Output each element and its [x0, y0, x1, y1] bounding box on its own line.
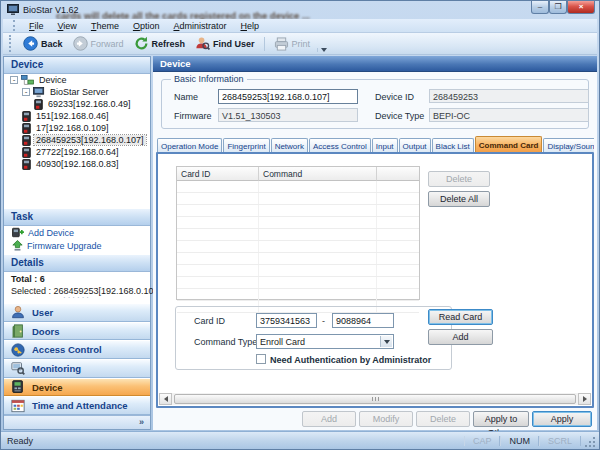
refresh-button[interactable]: Refresh [129, 34, 191, 53]
print-button[interactable]: Print [269, 35, 316, 53]
menu-item-view[interactable]: View [51, 20, 84, 32]
nav-item-label: User [32, 307, 53, 318]
table-cell [377, 181, 419, 192]
status-key-scrl: SCRL [539, 436, 581, 446]
menu-item-option[interactable]: Option [126, 20, 167, 32]
tree-item-label: 151[192.168.0.46] [34, 111, 111, 121]
tab-network[interactable]: Network [271, 138, 308, 152]
menu-item-administrator[interactable]: Administrator [166, 20, 233, 32]
table-row[interactable] [177, 265, 419, 277]
table-row[interactable] [177, 217, 419, 229]
doors-icon [11, 324, 25, 338]
menu-item-help[interactable]: Help [233, 20, 266, 32]
tree-item[interactable]: 40930[192.168.0.83] [4, 158, 150, 170]
nav-item-device[interactable]: Device [4, 378, 150, 397]
table-header-cell [377, 167, 419, 181]
user-icon [11, 305, 25, 319]
menu-item-file[interactable]: File [22, 20, 51, 32]
table-row[interactable] [177, 181, 419, 193]
need-auth-checkbox[interactable] [256, 354, 266, 364]
delete-button[interactable]: Delete [428, 171, 490, 187]
server-icon [33, 87, 45, 98]
name-input[interactable]: 268459253[192.168.0.107] [218, 89, 358, 104]
menu-item-theme[interactable]: Theme [84, 20, 126, 32]
nav-item-access-control[interactable]: Access Control [4, 340, 150, 359]
maximize-button[interactable]: ❒ [549, 1, 567, 14]
card-id-input-2[interactable]: 9088964 [332, 313, 394, 328]
modify-button[interactable]: Modify [359, 411, 413, 427]
tree-item[interactable]: 27722[192.168.0.64] [4, 146, 150, 158]
forward-button[interactable]: Forward [68, 34, 129, 53]
tab-black-list[interactable]: Black List [432, 138, 474, 152]
device-tree: -Device-BioStar Server69233[192.168.0.49… [4, 74, 150, 207]
close-button[interactable]: × [567, 1, 595, 14]
table-row[interactable] [177, 229, 419, 241]
horizontal-scrollbar[interactable] [159, 393, 591, 405]
device-type-value: BEPI-OC [429, 108, 589, 122]
tab-output[interactable]: Output [399, 138, 431, 152]
app-window: BioStar V1.62 cards will delete all the … [0, 0, 600, 450]
apply-button[interactable]: Apply [532, 411, 592, 427]
tree-item[interactable]: 151[192.168.0.46] [4, 110, 150, 122]
task-item-add-device[interactable]: Add Device [4, 226, 150, 239]
scroll-right-icon[interactable] [578, 393, 591, 405]
basic-info-groupbox: Basic Information Name 268459253[192.168… [161, 79, 589, 129]
toolbar-grip-icon [9, 35, 12, 52]
resize-grip[interactable] [583, 435, 597, 449]
time-attendance-icon [11, 399, 25, 413]
tree-item[interactable]: -BioStar Server [4, 86, 150, 98]
expander-icon[interactable]: - [10, 76, 18, 84]
menu-bar: FileViewThemeOptionAdministratorHelp [3, 19, 597, 33]
tab-command-card[interactable]: Command Card [475, 136, 543, 152]
add-card-button[interactable]: Add [428, 329, 493, 345]
table-header-row: Card IDCommand [177, 167, 419, 181]
tab-input[interactable]: Input [372, 138, 398, 152]
nav-item-doors[interactable]: Doors [4, 322, 150, 341]
table-cell [377, 253, 419, 264]
nav-item-monitoring[interactable]: Monitoring [4, 359, 150, 378]
scrollbar-thumb[interactable] [174, 394, 576, 404]
sidebar-header-device: Device [4, 57, 150, 74]
status-text: Ready [1, 436, 464, 446]
command-type-select[interactable]: Enroll Card [256, 334, 394, 349]
nav-item-time-and-attendance[interactable]: Time and Attendance [4, 396, 150, 415]
table-cell [177, 277, 259, 288]
table-row[interactable] [177, 253, 419, 265]
card-id-input-1[interactable]: 3759341563 [256, 313, 317, 328]
scroll-left-icon[interactable] [159, 393, 172, 405]
table-cell [259, 253, 377, 264]
table-row[interactable] [177, 193, 419, 205]
task-item-firmware-upgrade[interactable]: Firmware Upgrade [4, 239, 150, 252]
back-button[interactable]: Back [18, 34, 68, 53]
tree-item[interactable]: -Device [4, 74, 150, 86]
table-row[interactable] [177, 277, 419, 289]
add-button[interactable]: Add [302, 411, 356, 427]
tree-item-label: 69233[192.168.0.49] [46, 99, 133, 109]
find-user-button[interactable]: Find User [190, 34, 260, 53]
tree-item[interactable]: 268459253[192.168.0.107] [4, 134, 150, 146]
read-card-button[interactable]: Read Card [428, 309, 493, 325]
device-type-label: Device Type [375, 111, 424, 121]
sidebar-splitter[interactable]: ······ [4, 296, 150, 302]
firmware-value: V1.51_130503 [218, 108, 358, 122]
tab-fingerprint[interactable]: Fingerprint [223, 138, 269, 152]
minimize-button[interactable]: – [531, 1, 549, 14]
tab-operation-mode[interactable]: Operation Mode [157, 138, 222, 152]
command-card-table[interactable]: Card IDCommand [176, 166, 420, 300]
tree-item[interactable]: 69233[192.168.0.49] [4, 98, 150, 110]
nav-item-user[interactable]: User [4, 303, 150, 322]
expander-icon[interactable]: - [22, 88, 30, 96]
table-row[interactable] [177, 205, 419, 217]
delete-all-button[interactable]: Delete All [428, 191, 490, 207]
delete-button[interactable]: Delete [416, 411, 470, 427]
tab-access-control[interactable]: Access Control [309, 138, 371, 152]
tab-display-sound[interactable]: Display/Sound [543, 138, 594, 152]
nav-overflow[interactable]: » [4, 415, 150, 429]
status-bar: Ready CAPNUMSCRL [1, 431, 599, 449]
table-row[interactable] [177, 289, 419, 301]
card-id-label: Card ID [194, 316, 225, 326]
table-row[interactable] [177, 241, 419, 253]
apply-to-others-button[interactable]: Apply to Others [473, 411, 529, 427]
toolbar-overflow-button[interactable] [317, 48, 330, 52]
tree-item[interactable]: 17[192.168.0.109] [4, 122, 150, 134]
